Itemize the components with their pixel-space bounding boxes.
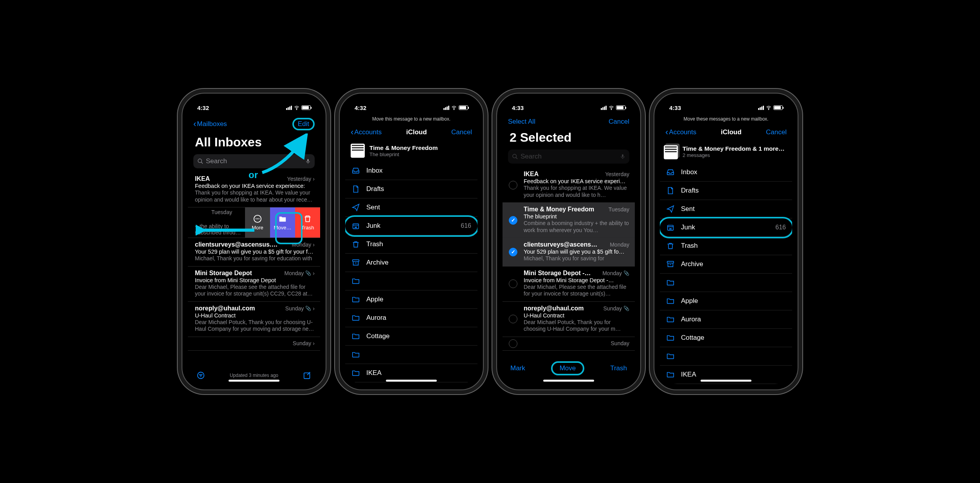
folder-label: Drafts bbox=[681, 187, 699, 195]
folder-row-inbox[interactable]: Inbox bbox=[660, 163, 792, 182]
folder-row-sent[interactable]: Sent bbox=[345, 198, 477, 217]
email-row[interactable]: Mini Storage Depot -… Monday📎 Invoice fr… bbox=[503, 267, 635, 302]
svg-point-23 bbox=[768, 109, 769, 110]
folder-icon bbox=[351, 295, 360, 304]
chevron-right-icon: › bbox=[313, 242, 315, 248]
selection-circle[interactable] bbox=[509, 181, 517, 189]
cancel-button[interactable]: Cancel bbox=[609, 118, 629, 126]
folder-row-empty[interactable] bbox=[345, 272, 477, 290]
folder-label: Archive bbox=[366, 259, 389, 267]
folder-row-empty[interactable] bbox=[660, 274, 792, 292]
trash-button[interactable]: Trash bbox=[610, 364, 627, 372]
folder-row-empty[interactable] bbox=[660, 347, 792, 366]
paperclip-icon: 📎 bbox=[623, 306, 629, 311]
folder-row-drafts[interactable]: Drafts bbox=[345, 180, 477, 198]
svg-point-6 bbox=[256, 218, 256, 219]
trash-icon bbox=[303, 214, 312, 223]
notch bbox=[535, 99, 602, 110]
move-button[interactable]: Move bbox=[560, 364, 576, 372]
updated-text: Updated 3 minutes ago bbox=[230, 373, 278, 378]
home-indicator[interactable] bbox=[701, 380, 751, 382]
svg-rect-16 bbox=[353, 224, 359, 229]
folder-label: Archive bbox=[681, 260, 703, 268]
nav-title: iCloud bbox=[406, 128, 427, 136]
folder-row-apple[interactable]: Apple bbox=[345, 290, 477, 309]
folder-label: Junk bbox=[366, 222, 380, 230]
more-icon bbox=[253, 214, 262, 223]
mark-button[interactable]: Mark bbox=[510, 364, 525, 372]
cellular-icon bbox=[758, 106, 764, 110]
cancel-button[interactable]: Cancel bbox=[451, 128, 472, 136]
folder-label: Apple bbox=[681, 297, 698, 305]
folder-icon bbox=[666, 315, 675, 324]
selection-circle[interactable] bbox=[509, 279, 517, 288]
filter-icon[interactable] bbox=[196, 371, 205, 380]
svg-line-2 bbox=[201, 162, 203, 164]
folder-row-drafts[interactable]: Drafts bbox=[660, 182, 792, 200]
folder-row-aurora[interactable]: Aurora bbox=[345, 309, 477, 327]
folder-row-cottage[interactable]: Cottage bbox=[660, 329, 792, 347]
annotation-or: or bbox=[249, 169, 258, 180]
back-button[interactable]: ‹Accounts bbox=[665, 127, 696, 137]
compose-icon[interactable] bbox=[303, 371, 312, 380]
wifi-icon bbox=[608, 105, 614, 111]
selection-circle[interactable] bbox=[509, 315, 517, 323]
folder-list: Inbox Drafts Sent Junk 616 Trash Archive… bbox=[660, 163, 792, 384]
clock: 4:33 bbox=[669, 105, 681, 111]
folder-label: IKEA bbox=[681, 371, 696, 378]
select-all-button[interactable]: Select All bbox=[508, 118, 535, 126]
back-button[interactable]: ‹ Mailboxes bbox=[193, 119, 227, 129]
folder-row-sent[interactable]: Sent bbox=[660, 200, 792, 218]
email-row[interactable]: noreply@uhaul.comSunday📎› U-Haul Contrac… bbox=[188, 302, 320, 337]
email-row[interactable]: clientsurveys@ascens… Monday Your 529 pl… bbox=[503, 238, 635, 267]
annotation-arrow-swipe bbox=[196, 224, 258, 236]
svg-point-8 bbox=[258, 218, 259, 219]
sent-icon bbox=[351, 203, 360, 212]
folder-row-apple[interactable]: Apple bbox=[660, 292, 792, 310]
folder-icon bbox=[666, 352, 675, 360]
battery-icon bbox=[459, 105, 468, 110]
folder-row-inbox[interactable]: Inbox bbox=[345, 162, 477, 180]
selection-circle[interactable] bbox=[509, 216, 517, 225]
folder-label: Trash bbox=[366, 240, 383, 248]
chevron-left-icon: ‹ bbox=[665, 127, 668, 137]
email-row[interactable]: Sunday› bbox=[188, 337, 320, 351]
back-button[interactable]: ‹Accounts bbox=[351, 127, 382, 137]
folder-count: 616 bbox=[775, 224, 786, 231]
email-row[interactable]: Sunday bbox=[503, 337, 635, 351]
edit-button-highlight: Edit bbox=[292, 118, 315, 130]
email-row[interactable]: Time & Money Freedom Tuesday The bluepri… bbox=[503, 203, 635, 238]
folder-label: Junk bbox=[681, 223, 695, 231]
folder-row-trash[interactable]: Trash bbox=[660, 237, 792, 255]
folder-row-cottage[interactable]: Cottage bbox=[345, 327, 477, 346]
selection-circle[interactable] bbox=[509, 248, 517, 256]
phone-2: 4:32 Move this message to a new mailbox.… bbox=[339, 93, 484, 390]
page-title: 2 Selected bbox=[503, 128, 635, 150]
folder-row-lantern[interactable]: Lantern bbox=[345, 382, 477, 384]
folder-row-archive[interactable]: Archive bbox=[345, 254, 477, 272]
home-indicator[interactable] bbox=[543, 380, 594, 382]
folder-row-archive[interactable]: Archive bbox=[660, 255, 792, 274]
wifi-icon bbox=[294, 105, 300, 111]
folder-row-junk[interactable]: Junk 616 bbox=[660, 218, 792, 237]
notch bbox=[693, 99, 759, 110]
folder-row-empty[interactable] bbox=[345, 346, 477, 364]
email-row[interactable]: Mini Storage DepotMonday📎› Invoice from … bbox=[188, 267, 320, 302]
back-label: Mailboxes bbox=[197, 120, 227, 128]
selection-circle[interactable] bbox=[509, 339, 517, 348]
folder-list: Inbox Drafts Sent Junk 616 Trash Archive… bbox=[345, 162, 477, 384]
cancel-button[interactable]: Cancel bbox=[766, 128, 787, 136]
wifi-icon bbox=[766, 105, 772, 111]
email-row[interactable]: IKEA Yesterday Feedback on your IKEA ser… bbox=[503, 168, 635, 203]
message-title: Time & Money Freedom & 1 more… bbox=[683, 145, 785, 152]
edit-button[interactable]: Edit bbox=[298, 120, 309, 128]
mic-icon bbox=[620, 153, 625, 160]
folder-row-aurora[interactable]: Aurora bbox=[660, 310, 792, 329]
folder-row-trash[interactable]: Trash bbox=[345, 235, 477, 254]
email-row[interactable]: noreply@uhaul.com Sunday📎 U-Haul Contrac… bbox=[503, 302, 635, 337]
home-indicator[interactable] bbox=[386, 380, 437, 382]
svg-rect-25 bbox=[667, 261, 674, 263]
move-button-highlight: Move bbox=[551, 361, 585, 375]
home-indicator[interactable] bbox=[229, 380, 279, 382]
folder-row-junk[interactable]: Junk 616 bbox=[345, 217, 477, 235]
